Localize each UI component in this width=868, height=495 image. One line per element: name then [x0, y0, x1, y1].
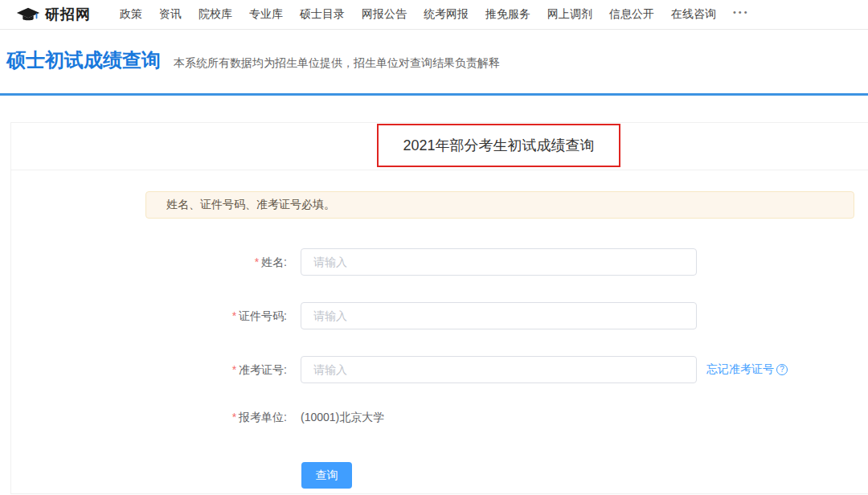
nav-item-info-disclosure[interactable]: 信息公开 [609, 7, 654, 22]
graduation-cap-icon [16, 6, 40, 23]
top-nav: 研招网 政策 资讯 院校库 专业库 硕士目录 网报公告 统考网报 推免服务 网上… [0, 0, 868, 30]
ticket-number-label: *准考证号: [11, 356, 287, 383]
page-header: 硕士初试成绩查询 本系统所有数据均为招生单位提供，招生单位对查询结果负责解释 [6, 44, 500, 76]
nav-item-online-adjustment[interactable]: 网上调剂 [547, 7, 592, 22]
nav-more-icon[interactable]: ••• [733, 7, 750, 22]
institution-label: *报考单位: [11, 403, 287, 431]
nav-item-online-consult[interactable]: 在线咨询 [671, 7, 716, 22]
nav-item-master-catalog[interactable]: 硕士目录 [300, 7, 345, 22]
nav-item-major-db[interactable]: 专业库 [249, 7, 283, 22]
form-row-id-number: *证件号码: [11, 302, 868, 329]
panel-title-annotation-box: 2021年部分考生初试成绩查询 [377, 124, 620, 167]
required-fields-alert: 姓名、证件号码、准考证号必填。 [145, 191, 854, 219]
nav-item-policy[interactable]: 政策 [120, 7, 142, 22]
nav-item-news[interactable]: 资讯 [159, 7, 182, 22]
page-title: 硕士初试成绩查询 [6, 44, 161, 76]
ticket-number-input[interactable] [301, 356, 697, 383]
id-number-input[interactable] [301, 302, 697, 329]
site-logo[interactable]: 研招网 [16, 5, 91, 24]
required-mark: * [232, 363, 236, 376]
form-row-institution: *报考单位: (10001)北京大学 [11, 403, 868, 431]
header-divider [0, 93, 868, 96]
alert-text: 姓名、证件号码、准考证号必填。 [166, 198, 335, 212]
nav-menu: 政策 资讯 院校库 专业库 硕士目录 网报公告 统考网报 推免服务 网上调剂 信… [103, 7, 750, 22]
nav-item-unified-exam-registration[interactable]: 统考网报 [424, 7, 469, 22]
name-input[interactable] [301, 248, 697, 276]
nav-item-college-db[interactable]: 院校库 [199, 7, 232, 22]
institution-value: (10001)北京大学 [301, 403, 384, 431]
site-logo-text: 研招网 [45, 5, 91, 24]
form-row-ticket-number: *准考证号: 忘记准考证号? [11, 356, 868, 383]
page-subtitle: 本系统所有数据均为招生单位提供，招生单位对查询结果负责解释 [174, 56, 500, 71]
panel-title: 2021年部分考生初试成绩查询 [403, 136, 594, 155]
nav-item-online-announcement[interactable]: 网报公告 [362, 7, 407, 22]
panel-title-row: 2021年部分考生初试成绩查询 [11, 123, 868, 170]
form-row-name: *姓名: [11, 248, 868, 276]
form-row-submit: 查询 [11, 462, 868, 489]
query-panel: 2021年部分考生初试成绩查询 姓名、证件号码、准考证号必填。 *姓名: *证件… [10, 122, 868, 494]
forgot-ticket-link[interactable]: 忘记准考证号? [706, 356, 788, 383]
required-mark: * [255, 256, 259, 268]
query-button[interactable]: 查询 [301, 462, 352, 489]
help-icon: ? [776, 364, 788, 375]
name-label: *姓名: [11, 248, 287, 276]
required-mark: * [232, 309, 236, 322]
id-number-label: *证件号码: [11, 302, 287, 329]
nav-item-exemption-service[interactable]: 推免服务 [485, 7, 530, 22]
required-mark: * [232, 411, 236, 423]
